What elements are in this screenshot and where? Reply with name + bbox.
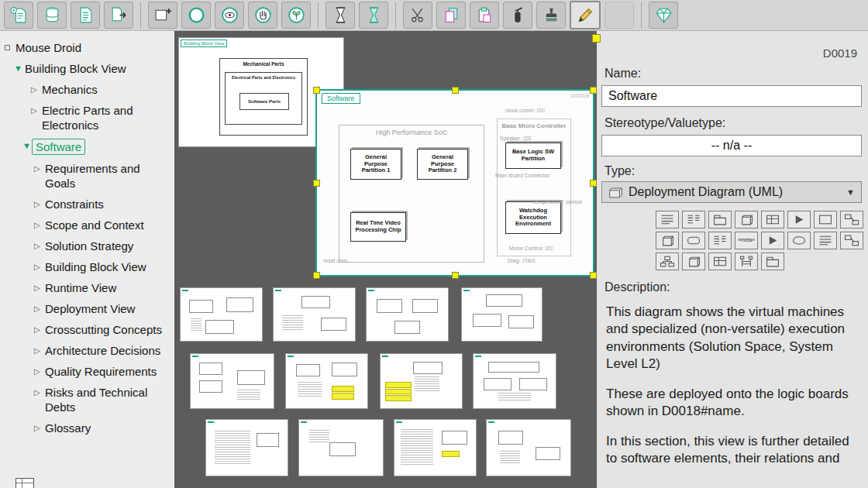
diagram-type-icon-list[interactable] xyxy=(656,211,679,229)
sidebar-item-requirements[interactable]: ▷Requirements and Goals xyxy=(0,158,174,194)
sidebar-item-deployment-view[interactable]: ▷Deployment View xyxy=(0,298,174,319)
collapsed-triangle-icon[interactable]: ▷ xyxy=(34,301,45,316)
collapsed-triangle-icon[interactable]: ▷ xyxy=(34,322,45,337)
import-document-button[interactable] xyxy=(71,2,100,29)
diagram-type-icon-package-small[interactable] xyxy=(761,253,784,270)
new-document-button[interactable] xyxy=(4,2,33,29)
diagram-thumbnail[interactable] xyxy=(473,353,556,409)
circle-tool-button[interactable] xyxy=(181,2,211,29)
sidebar-item-crosscutting-concepts[interactable]: ▷Crosscutting Concepts xyxy=(0,319,174,340)
diagram-thumbnail[interactable] xyxy=(461,287,542,342)
gem-button[interactable] xyxy=(649,2,678,29)
selection-handle[interactable] xyxy=(590,87,597,94)
selection-handle[interactable] xyxy=(313,272,320,279)
selection-handle[interactable] xyxy=(590,272,597,279)
empty-tool-button[interactable] xyxy=(604,2,634,29)
diagram-type-icon-table[interactable] xyxy=(761,211,784,229)
selection-handle[interactable] xyxy=(452,272,459,279)
pencil-button[interactable] xyxy=(570,1,601,29)
hand-button[interactable] xyxy=(248,2,277,29)
diagram-type-icon-big-box[interactable] xyxy=(814,211,837,229)
diagram-thumbnail[interactable] xyxy=(273,287,356,342)
diagram-thumbnail[interactable] xyxy=(285,353,368,409)
copy-button[interactable] xyxy=(436,2,466,29)
hourglass-teal-button[interactable] xyxy=(359,2,388,29)
diagram-type-icon-node-instance[interactable] xyxy=(656,232,679,249)
diagram-type-icon-package[interactable] xyxy=(708,211,732,229)
collapsed-triangle-icon[interactable]: ▷ xyxy=(34,385,45,400)
eye-button[interactable] xyxy=(215,2,244,29)
sidebar-item-electric-parts[interactable]: ▷Electric Parts and Electronics xyxy=(0,100,174,136)
new-frame-button[interactable] xyxy=(148,2,177,29)
sidebar-item-architecture-decisions[interactable]: ▷Architecture Decisions xyxy=(0,340,174,361)
sidebar-item-building-block-view[interactable]: ▼Building Block View xyxy=(0,58,174,79)
selection-handle[interactable] xyxy=(592,34,601,43)
sidebar-item-scope-context[interactable]: ▷Scope and Context xyxy=(0,215,174,235)
collapsed-triangle-icon[interactable]: ▷ xyxy=(31,82,42,97)
diagram-canvas[interactable]: Building Block View Mechanical Parts Ele… xyxy=(174,31,597,488)
diagram-type-icon-usecase[interactable] xyxy=(787,232,811,249)
diagram-type-icon-node-small[interactable] xyxy=(682,253,705,270)
collapsed-triangle-icon[interactable]: ▷ xyxy=(34,197,45,211)
diagram-thumbnail[interactable] xyxy=(486,419,571,476)
diagram-type-icon-list-box[interactable] xyxy=(708,232,732,249)
sidebar-item-constraints[interactable]: ▷Constraints xyxy=(0,194,174,215)
selected-diagram[interactable]: Software D0019 High Performance SoC Gene… xyxy=(315,89,594,277)
selection-handle[interactable] xyxy=(313,87,320,94)
name-input[interactable] xyxy=(601,85,862,107)
collapsed-triangle-icon[interactable]: ▷ xyxy=(34,343,45,358)
collapsed-triangle-icon[interactable]: ▷ xyxy=(34,259,45,274)
diagram-thumbnail[interactable] xyxy=(298,419,384,476)
plant-button[interactable] xyxy=(281,2,311,29)
collapsed-triangle-icon[interactable]: ▷ xyxy=(34,161,45,176)
selection-handle[interactable] xyxy=(313,180,320,187)
collapsed-triangle-icon[interactable]: ▷ xyxy=(34,421,45,435)
diagram-type-icon-state[interactable] xyxy=(682,232,705,249)
collapsed-triangle-icon[interactable]: ▷ xyxy=(34,364,45,379)
collapsed-triangle-icon[interactable]: ▷ xyxy=(31,103,42,118)
collapsed-triangle-icon[interactable]: ▷ xyxy=(34,218,45,232)
sidebar-item-software[interactable]: ▼Software xyxy=(0,136,174,158)
extinguisher-button[interactable] xyxy=(503,2,532,29)
stamp-button[interactable] xyxy=(536,2,566,29)
collapsed-triangle-icon[interactable]: ▷ xyxy=(34,239,45,253)
diagram-type-icon-columns[interactable] xyxy=(682,211,705,229)
database-button[interactable] xyxy=(37,2,67,29)
collapsed-triangle-icon[interactable]: ▷ xyxy=(34,280,45,295)
diagram-thumbnail[interactable] xyxy=(380,353,463,409)
type-dropdown[interactable]: Deployment Diagram (UML) ▼ xyxy=(601,181,862,203)
hourglass-button[interactable] xyxy=(326,2,355,29)
diagram-thumbnail[interactable] xyxy=(190,353,274,409)
paste-button[interactable] xyxy=(470,2,499,29)
sidebar-item-building-block-view-2[interactable]: ▷Building Block View xyxy=(0,256,174,277)
diagram-type-icon-sequence[interactable] xyxy=(735,253,758,270)
diagram-type-icon-tree[interactable] xyxy=(656,253,679,270)
diagram-thumbnail[interactable] xyxy=(205,419,288,476)
diagram-thumbnail[interactable] xyxy=(366,287,449,342)
diagram-type-icon-meta[interactable]: «meta» xyxy=(735,232,758,249)
sidebar-item-runtime-view[interactable]: ▷Runtime View xyxy=(0,277,174,298)
sidebar-item-mouse-droid[interactable]: Mouse Droid xyxy=(0,37,174,58)
sidebar-item-glossary[interactable]: ▷Glossary xyxy=(0,418,174,438)
export-document-button[interactable] xyxy=(104,2,133,29)
selection-handle[interactable] xyxy=(590,180,597,187)
stereotype-input[interactable] xyxy=(601,135,862,156)
expanded-triangle-icon[interactable]: ▼ xyxy=(14,61,25,76)
diagram-type-icon-frame[interactable] xyxy=(787,211,811,229)
sidebar-item-risks-debts[interactable]: ▷Risks and Technical Debts xyxy=(0,382,174,418)
diagram-thumbnail[interactable] xyxy=(180,287,263,342)
sidebar-item-quality-requirements[interactable]: ▷Quality Requirements xyxy=(0,361,174,382)
diagram-thumbnail[interactable] xyxy=(394,419,477,476)
diagram-type-icon-table-small[interactable] xyxy=(708,253,732,270)
diagram-type-icon-lines[interactable] xyxy=(814,232,837,249)
description-text[interactable]: This diagram shows the virtual machines … xyxy=(606,304,862,480)
sidebar-item-mechanics[interactable]: ▷Mechanics xyxy=(0,79,174,100)
grid-icon[interactable] xyxy=(16,478,34,488)
diagram-type-icon-node[interactable] xyxy=(735,211,758,229)
sidebar-item-solution-strategy[interactable]: ▷Solution Strategy xyxy=(0,235,174,256)
selection-handle[interactable] xyxy=(452,87,459,94)
diagram-type-icon-network[interactable] xyxy=(840,232,863,249)
diagram-type-icon-play[interactable] xyxy=(761,232,784,249)
diagram-type-icon-linked-boxes[interactable] xyxy=(840,211,863,229)
cut-button[interactable] xyxy=(403,2,432,29)
